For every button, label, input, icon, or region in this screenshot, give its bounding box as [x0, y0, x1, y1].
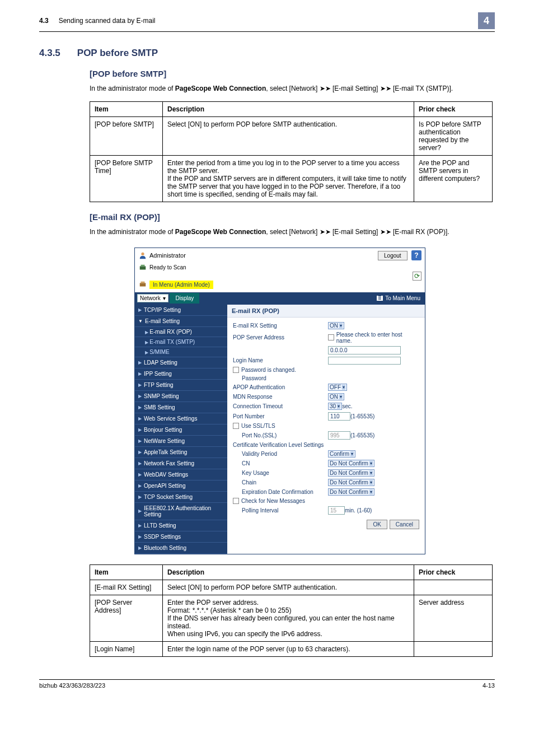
svg-point-0 [141, 253, 144, 255]
cancel-button[interactable]: Cancel [390, 520, 419, 529]
th-desc: Description [163, 564, 414, 580]
logout-button[interactable]: Logout [378, 251, 407, 260]
th-prior: Prior check [414, 564, 493, 580]
chapter-box: 4 [478, 12, 495, 29]
sidebar-item-ldap[interactable]: LDAP Setting [135, 357, 227, 368]
row-rxsetting: E-mail RX SettingON▾ [233, 321, 419, 330]
th-item: Item [90, 102, 163, 117]
row-mdn: MDN ResponseON▾ [233, 392, 419, 402]
input-portssl[interactable]: 995 [328, 431, 350, 440]
sidebar-item-snmp[interactable]: SNMP Setting [135, 391, 227, 402]
select-timeout[interactable]: 30▾ [328, 403, 342, 410]
admin-label: Administrator [138, 251, 186, 259]
chevron-down-icon: ▾ [339, 394, 343, 399]
sidebar-sub-smime[interactable]: S/MIME [135, 347, 227, 357]
check-hostname[interactable] [328, 334, 334, 340]
sidebar-item-openapi[interactable]: OpenAPI Setting [135, 480, 227, 492]
sidebar-item-netfax[interactable]: Network Fax Setting [135, 458, 227, 469]
page-header: 4.3 Sending scanned data by E-mail 4 [39, 12, 495, 29]
sidebar-item-tcpip[interactable]: TCP/IP Setting [135, 305, 227, 316]
select-apop[interactable]: OFF▾ [328, 384, 347, 391]
sidebar-item-smb[interactable]: SMB Setting [135, 402, 227, 413]
ss-sidebar: TCP/IP Setting E-mail Setting E-mail RX … [135, 305, 227, 554]
refresh-button[interactable]: ⟳ [413, 272, 421, 281]
sidebar-item-ftp[interactable]: FTP Setting [135, 380, 227, 391]
nav-category-select[interactable]: Network▾ [137, 294, 168, 302]
sidebar-item-tcpsock[interactable]: TCP Socket Setting [135, 492, 227, 503]
row-checknew: Check for New Messages [233, 497, 419, 505]
select-keyusage[interactable]: Do Not Confirm▾ [328, 469, 374, 477]
select-validity[interactable]: Confirm▾ [328, 450, 355, 458]
td-prior [414, 580, 493, 595]
sidebar-item-lltd[interactable]: LLTD Setting [135, 520, 227, 531]
td-desc: Enter the POP server address. Format: *.… [163, 595, 414, 641]
help-button[interactable]: ? [411, 250, 421, 260]
lbl-validity: Validity Period [233, 451, 328, 457]
range: (1-65535) [350, 413, 374, 419]
header-rule [39, 31, 495, 32]
intro-a-bold: PageScope Web Connection [175, 85, 266, 92]
val: Do Not Confirm [330, 460, 368, 466]
sidebar-item-ipp[interactable]: IPP Setting [135, 368, 227, 380]
select-chain[interactable]: Do Not Confirm▾ [328, 479, 374, 486]
inmenu-badge: In Menu (Admin Mode) [138, 281, 213, 289]
check-usessl[interactable] [233, 423, 239, 429]
sidebar-item-appletalk[interactable]: AppleTalk Setting [135, 447, 227, 458]
val: OFF [330, 384, 341, 390]
menu-icon: ≣ [377, 296, 383, 301]
sidebar-item-bluetooth[interactable]: Bluetooth Setting [135, 543, 227, 554]
check-newmsg[interactable] [233, 498, 239, 504]
note-hostname: Please check to enter host name. [336, 332, 419, 344]
person-icon [138, 251, 147, 259]
chevron-down-icon: ▾ [369, 489, 373, 494]
nav-sel-text: Network [140, 295, 161, 301]
ok-button[interactable]: OK [367, 520, 387, 529]
sidebar-item-webservice[interactable]: Web Service Settings [135, 413, 227, 424]
to-main-menu-button[interactable]: ≣ To Main Menu [377, 295, 425, 301]
button-row: OKCancel [233, 521, 419, 528]
lbl-rxsetting: E-mail RX Setting [233, 323, 328, 329]
sidebar-sub-txsmtp[interactable]: E-mail TX (SMTP) [135, 337, 227, 347]
sidebar-item-webdav[interactable]: WebDAV Settings [135, 469, 227, 480]
input-port[interactable]: 110 [328, 412, 350, 421]
table-row: [Login Name] Enter the login name of the… [90, 641, 493, 656]
lbl-login: Login Name [233, 357, 328, 363]
select-rxsetting[interactable]: ON▾ [328, 322, 344, 329]
lbl-chain: Chain [233, 479, 328, 486]
display-button[interactable]: Display [170, 293, 199, 304]
lbl-keyusage: Key Usage [233, 470, 328, 476]
row-popaddr: POP Server AddressPlease check to enter … [233, 330, 419, 345]
check-pwchanged[interactable] [233, 367, 239, 373]
th-item: Item [90, 564, 163, 580]
ready-text: Ready to Scan [149, 264, 186, 270]
input-polling[interactable]: 15 [328, 506, 345, 515]
h2-number: 4.3.5 [39, 48, 60, 59]
sidebar-item-ieee[interactable]: IEEE802.1X Authentication Setting [135, 503, 227, 520]
intro-b-2: , select [Network] ➤➤ [E-mail Setting] ➤… [266, 228, 449, 236]
table-header-row: Item Description Prior check [90, 102, 493, 117]
chevron-down-icon: ▾ [350, 451, 354, 456]
val: Do Not Confirm [330, 489, 368, 495]
row-pwchanged: Password is changed. [233, 366, 419, 374]
input-login[interactable] [328, 357, 401, 365]
footer-page: 4-13 [483, 682, 495, 689]
range: (1-65535) [350, 432, 374, 438]
lbl-polling: Polling Interval [233, 507, 328, 514]
select-cn[interactable]: Do Not Confirm▾ [328, 460, 374, 467]
row-timeout: Connection Timeout30▾ sec. [233, 402, 419, 411]
td-prior [414, 641, 493, 656]
row-portssl: Port No.(SSL)995 (1-65535) [233, 430, 419, 441]
td-item: [Login Name] [90, 641, 163, 656]
select-expdate[interactable]: Do Not Confirm▾ [328, 488, 374, 496]
sidebar-item-ssdp[interactable]: SSDP Settings [135, 531, 227, 543]
input-popaddr[interactable]: 0.0.0.0 [328, 346, 401, 354]
sidebar-item-bonjour[interactable]: Bonjour Setting [135, 424, 227, 436]
val: Confirm [330, 451, 349, 457]
sidebar-item-netware[interactable]: NetWare Setting [135, 436, 227, 447]
embedded-screenshot: Administrator Logout ? Ready to Scan In … [134, 248, 425, 554]
chevron-down-icon: ▾ [163, 295, 166, 301]
printer-icon [138, 264, 147, 272]
sidebar-sub-rxpop[interactable]: E-mail RX (POP) [135, 327, 227, 337]
sidebar-item-email[interactable]: E-mail Setting [135, 316, 227, 327]
select-mdn[interactable]: ON▾ [328, 393, 344, 400]
